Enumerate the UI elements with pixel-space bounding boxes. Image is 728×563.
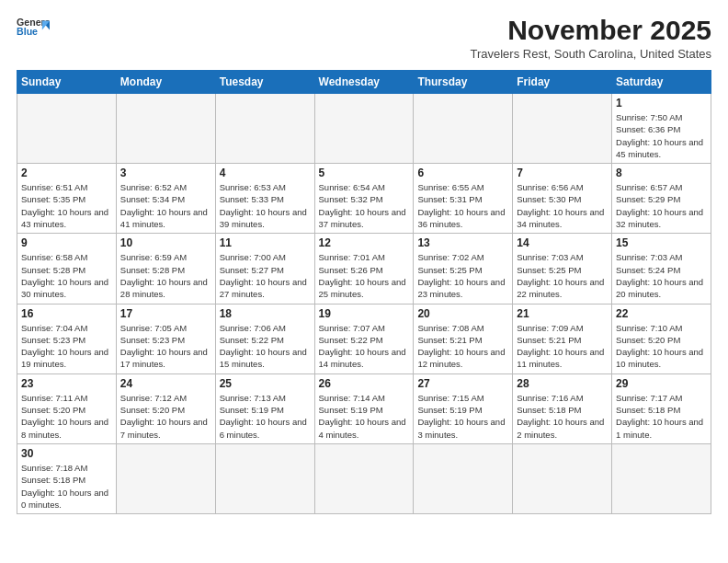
day-number: 28 bbox=[517, 377, 608, 390]
day-number: 24 bbox=[120, 377, 211, 390]
day-cell bbox=[513, 94, 612, 164]
day-number: 13 bbox=[417, 236, 508, 249]
day-info: Sunrise: 6:57 AM Sunset: 5:29 PM Dayligh… bbox=[616, 181, 707, 230]
day-number: 11 bbox=[220, 236, 311, 249]
day-cell: 5Sunrise: 6:54 AM Sunset: 5:32 PM Daylig… bbox=[314, 164, 414, 234]
day-cell: 13Sunrise: 7:02 AM Sunset: 5:25 PM Dayli… bbox=[414, 234, 513, 304]
day-cell bbox=[612, 443, 711, 513]
day-cell: 26Sunrise: 7:14 AM Sunset: 5:19 PM Dayli… bbox=[314, 373, 414, 443]
day-cell bbox=[513, 443, 612, 513]
day-info: Sunrise: 7:03 AM Sunset: 5:25 PM Dayligh… bbox=[517, 251, 608, 300]
svg-text:Blue: Blue bbox=[17, 26, 38, 37]
day-number: 18 bbox=[220, 307, 311, 320]
day-number: 19 bbox=[319, 307, 410, 320]
day-info: Sunrise: 7:05 AM Sunset: 5:23 PM Dayligh… bbox=[120, 322, 211, 371]
day-cell: 19Sunrise: 7:07 AM Sunset: 5:22 PM Dayli… bbox=[314, 304, 414, 373]
weekday-header-thursday: Thursday bbox=[414, 71, 513, 94]
day-info: Sunrise: 7:08 AM Sunset: 5:21 PM Dayligh… bbox=[417, 322, 508, 371]
day-number: 26 bbox=[319, 377, 410, 390]
day-number: 2 bbox=[21, 167, 112, 179]
week-row-2: 2Sunrise: 6:51 AM Sunset: 5:35 PM Daylig… bbox=[17, 164, 711, 234]
day-info: Sunrise: 7:00 AM Sunset: 5:27 PM Dayligh… bbox=[220, 251, 311, 300]
day-info: Sunrise: 7:15 AM Sunset: 5:19 PM Dayligh… bbox=[417, 392, 508, 441]
day-cell: 8Sunrise: 6:57 AM Sunset: 5:29 PM Daylig… bbox=[612, 164, 711, 234]
day-number: 22 bbox=[616, 307, 707, 320]
day-info: Sunrise: 7:04 AM Sunset: 5:23 PM Dayligh… bbox=[21, 322, 112, 371]
day-cell: 10Sunrise: 6:59 AM Sunset: 5:28 PM Dayli… bbox=[116, 234, 215, 304]
day-info: Sunrise: 7:16 AM Sunset: 5:18 PM Dayligh… bbox=[517, 392, 608, 441]
day-cell bbox=[414, 443, 513, 513]
generalblue-logo-icon: General Blue bbox=[17, 15, 50, 40]
weekday-header-friday: Friday bbox=[513, 71, 612, 94]
day-number: 23 bbox=[21, 377, 112, 390]
week-row-4: 16Sunrise: 7:04 AM Sunset: 5:23 PM Dayli… bbox=[17, 304, 711, 373]
day-info: Sunrise: 7:17 AM Sunset: 5:18 PM Dayligh… bbox=[616, 392, 707, 441]
header: General Blue November 2025 Travelers Res… bbox=[17, 15, 711, 61]
page: General Blue November 2025 Travelers Res… bbox=[0, 0, 728, 563]
day-cell bbox=[215, 443, 314, 513]
day-number: 21 bbox=[517, 307, 608, 320]
logo: General Blue bbox=[17, 15, 50, 40]
day-info: Sunrise: 7:10 AM Sunset: 5:20 PM Dayligh… bbox=[616, 322, 707, 371]
day-cell bbox=[17, 94, 117, 164]
day-cell: 9Sunrise: 6:58 AM Sunset: 5:28 PM Daylig… bbox=[17, 234, 117, 304]
week-row-5: 23Sunrise: 7:11 AM Sunset: 5:20 PM Dayli… bbox=[17, 373, 711, 443]
week-row-1: 1Sunrise: 7:50 AM Sunset: 6:36 PM Daylig… bbox=[17, 94, 711, 164]
day-cell: 2Sunrise: 6:51 AM Sunset: 5:35 PM Daylig… bbox=[17, 164, 117, 234]
day-info: Sunrise: 6:55 AM Sunset: 5:31 PM Dayligh… bbox=[417, 181, 508, 230]
day-cell: 24Sunrise: 7:12 AM Sunset: 5:20 PM Dayli… bbox=[116, 373, 215, 443]
subtitle: Travelers Rest, South Carolina, United S… bbox=[470, 47, 711, 61]
day-cell: 1Sunrise: 7:50 AM Sunset: 6:36 PM Daylig… bbox=[612, 94, 711, 164]
day-cell bbox=[314, 94, 414, 164]
day-cell: 7Sunrise: 6:56 AM Sunset: 5:30 PM Daylig… bbox=[513, 164, 612, 234]
day-cell: 29Sunrise: 7:17 AM Sunset: 5:18 PM Dayli… bbox=[612, 373, 711, 443]
day-number: 27 bbox=[417, 377, 508, 390]
day-cell: 27Sunrise: 7:15 AM Sunset: 5:19 PM Dayli… bbox=[414, 373, 513, 443]
day-info: Sunrise: 7:02 AM Sunset: 5:25 PM Dayligh… bbox=[417, 251, 508, 300]
day-number: 1 bbox=[616, 97, 707, 109]
day-cell: 15Sunrise: 7:03 AM Sunset: 5:24 PM Dayli… bbox=[612, 234, 711, 304]
day-info: Sunrise: 6:59 AM Sunset: 5:28 PM Dayligh… bbox=[120, 251, 211, 300]
day-info: Sunrise: 7:18 AM Sunset: 5:18 PM Dayligh… bbox=[21, 462, 112, 511]
day-info: Sunrise: 6:51 AM Sunset: 5:35 PM Dayligh… bbox=[21, 181, 112, 230]
day-number: 30 bbox=[21, 447, 112, 460]
day-cell bbox=[314, 443, 414, 513]
day-cell: 23Sunrise: 7:11 AM Sunset: 5:20 PM Dayli… bbox=[17, 373, 117, 443]
day-info: Sunrise: 7:03 AM Sunset: 5:24 PM Dayligh… bbox=[616, 251, 707, 300]
day-number: 8 bbox=[616, 167, 707, 179]
day-cell: 17Sunrise: 7:05 AM Sunset: 5:23 PM Dayli… bbox=[116, 304, 215, 373]
day-info: Sunrise: 7:12 AM Sunset: 5:20 PM Dayligh… bbox=[120, 392, 211, 441]
day-number: 29 bbox=[616, 377, 707, 390]
day-info: Sunrise: 7:06 AM Sunset: 5:22 PM Dayligh… bbox=[220, 322, 311, 371]
day-info: Sunrise: 6:54 AM Sunset: 5:32 PM Dayligh… bbox=[319, 181, 410, 230]
weekday-header-tuesday: Tuesday bbox=[215, 71, 314, 94]
day-info: Sunrise: 7:09 AM Sunset: 5:21 PM Dayligh… bbox=[517, 322, 608, 371]
weekday-header-row: SundayMondayTuesdayWednesdayThursdayFrid… bbox=[17, 71, 711, 94]
title-block: November 2025 Travelers Rest, South Caro… bbox=[470, 15, 711, 61]
day-number: 6 bbox=[417, 167, 508, 179]
day-cell: 25Sunrise: 7:13 AM Sunset: 5:19 PM Dayli… bbox=[215, 373, 314, 443]
day-cell: 11Sunrise: 7:00 AM Sunset: 5:27 PM Dayli… bbox=[215, 234, 314, 304]
day-info: Sunrise: 7:01 AM Sunset: 5:26 PM Dayligh… bbox=[319, 251, 410, 300]
day-info: Sunrise: 6:58 AM Sunset: 5:28 PM Dayligh… bbox=[21, 251, 112, 300]
day-cell: 28Sunrise: 7:16 AM Sunset: 5:18 PM Dayli… bbox=[513, 373, 612, 443]
weekday-header-saturday: Saturday bbox=[612, 71, 711, 94]
calendar: SundayMondayTuesdayWednesdayThursdayFrid… bbox=[17, 70, 711, 514]
day-cell: 14Sunrise: 7:03 AM Sunset: 5:25 PM Dayli… bbox=[513, 234, 612, 304]
week-row-3: 9Sunrise: 6:58 AM Sunset: 5:28 PM Daylig… bbox=[17, 234, 711, 304]
day-cell: 20Sunrise: 7:08 AM Sunset: 5:21 PM Dayli… bbox=[414, 304, 513, 373]
day-info: Sunrise: 7:11 AM Sunset: 5:20 PM Dayligh… bbox=[21, 392, 112, 441]
day-info: Sunrise: 7:50 AM Sunset: 6:36 PM Dayligh… bbox=[616, 111, 707, 160]
day-info: Sunrise: 7:14 AM Sunset: 5:19 PM Dayligh… bbox=[319, 392, 410, 441]
day-info: Sunrise: 6:53 AM Sunset: 5:33 PM Dayligh… bbox=[220, 181, 311, 230]
day-number: 3 bbox=[120, 167, 211, 179]
day-number: 16 bbox=[21, 307, 112, 320]
day-cell: 12Sunrise: 7:01 AM Sunset: 5:26 PM Dayli… bbox=[314, 234, 414, 304]
day-number: 25 bbox=[220, 377, 311, 390]
day-cell: 30Sunrise: 7:18 AM Sunset: 5:18 PM Dayli… bbox=[17, 443, 117, 513]
month-title: November 2025 bbox=[470, 15, 711, 45]
day-number: 15 bbox=[616, 236, 707, 249]
day-cell: 18Sunrise: 7:06 AM Sunset: 5:22 PM Dayli… bbox=[215, 304, 314, 373]
day-cell bbox=[414, 94, 513, 164]
day-info: Sunrise: 6:52 AM Sunset: 5:34 PM Dayligh… bbox=[120, 181, 211, 230]
